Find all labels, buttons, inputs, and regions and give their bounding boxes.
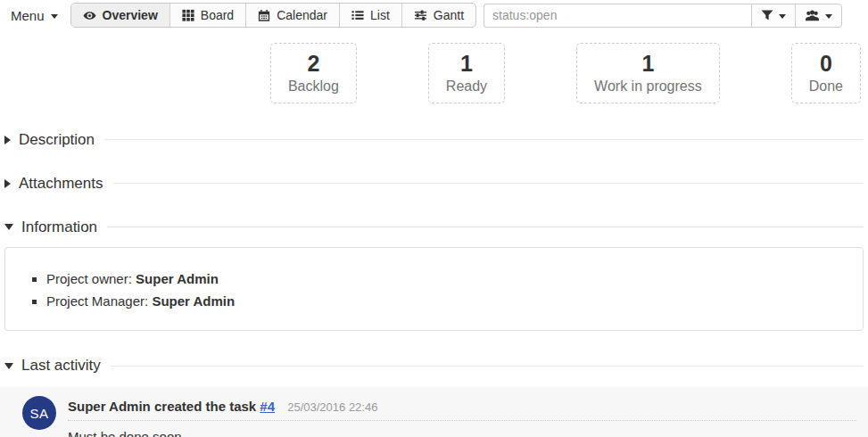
search-input[interactable] [484, 4, 751, 28]
tab-gantt[interactable]: Gantt [401, 4, 475, 27]
list-item: Project owner: Super Admin [46, 269, 849, 289]
stat-box-backlog: 2 Backlog [270, 43, 357, 103]
grid-icon [182, 9, 194, 21]
filter-button-group [751, 4, 842, 28]
stat-label: Work in progress [594, 78, 702, 95]
stat-label: Backlog [288, 78, 339, 95]
stat-count: 1 [594, 51, 702, 77]
section-rule [107, 227, 864, 227]
info-value: Super Admin [152, 293, 235, 309]
task-link[interactable]: #4 [260, 399, 275, 414]
users-icon [805, 9, 820, 22]
stat-label: Done [809, 78, 843, 95]
users-dropdown-button[interactable] [795, 4, 841, 27]
activity-content: Super Admin created the task #4 25/03/20… [68, 396, 856, 437]
info-label: Project owner: [46, 271, 132, 286]
activity-body: Must be done soon [68, 429, 856, 437]
collapsed-arrow-icon [4, 136, 11, 144]
project-summary: 2 Backlog 1 Ready 1 Work in progress 0 D… [0, 29, 868, 103]
expanded-arrow-icon [4, 363, 13, 369]
top-bar: Menu Overview Board Ca [0, 0, 868, 29]
section-rule [113, 183, 864, 184]
main-content: Description Attachments Information Proj… [0, 131, 868, 437]
section-rule [104, 139, 864, 140]
stat-label: Ready [446, 78, 487, 95]
caret-down-icon [825, 14, 832, 19]
activity-timestamp: 25/03/2016 22:46 [287, 400, 377, 414]
stat-count: 2 [288, 51, 339, 77]
filter-dropdown-button[interactable] [752, 4, 795, 27]
section-header-description[interactable]: Description [4, 131, 864, 149]
calendar-icon [258, 9, 270, 22]
stat-box-done: 0 Done [791, 43, 861, 103]
menu-dropdown[interactable]: Menu [7, 4, 62, 27]
tab-label: List [370, 8, 390, 22]
activity-title: Super Admin created the task #4 25/03/20… [68, 396, 856, 421]
information-panel: Project owner: Super Admin Project Manag… [4, 247, 864, 332]
section-title: Information [21, 218, 97, 236]
funnel-icon [761, 9, 773, 21]
section-header-information[interactable]: Information [4, 218, 864, 236]
avatar: SA [22, 396, 56, 430]
eye-icon [83, 9, 96, 22]
tab-label: Gantt [434, 8, 464, 22]
section-title: Last activity [21, 357, 101, 375]
caret-down-icon [51, 14, 58, 19]
section-title: Description [19, 131, 95, 149]
section-rule [111, 366, 864, 367]
stat-box-ready: 1 Ready [428, 43, 505, 103]
list-item: Project Manager: Super Admin [46, 292, 849, 311]
collapsed-arrow-icon [4, 179, 11, 188]
information-list: Project owner: Super Admin Project Manag… [19, 269, 849, 311]
activity-title-text: Super Admin created the task [68, 399, 256, 414]
tab-overview[interactable]: Overview [71, 4, 169, 27]
section-title: Attachments [19, 175, 103, 193]
tab-label: Calendar [277, 8, 327, 22]
stat-count: 0 [809, 51, 843, 77]
info-value: Super Admin [136, 271, 219, 286]
search-group [484, 4, 842, 28]
section-header-attachments[interactable]: Attachments [4, 175, 864, 193]
menu-label: Menu [11, 8, 45, 23]
view-switcher: Overview Board Calendar [70, 3, 477, 28]
list-icon [351, 9, 364, 21]
tab-label: Overview [103, 8, 158, 22]
tab-calendar[interactable]: Calendar [245, 4, 339, 27]
section-header-last-activity[interactable]: Last activity [4, 357, 864, 375]
tab-label: Board [201, 8, 234, 22]
caret-down-icon [779, 14, 786, 19]
tab-list[interactable]: List [339, 4, 401, 27]
expanded-arrow-icon [4, 224, 13, 230]
stat-box-work-in-progress: 1 Work in progress [576, 43, 720, 103]
stat-count: 1 [446, 51, 487, 77]
tab-board[interactable]: Board [169, 4, 245, 27]
info-label: Project Manager: [46, 293, 148, 309]
sliders-icon [414, 9, 427, 21]
activity-event: SA Super Admin created the task #4 25/03… [0, 387, 868, 437]
